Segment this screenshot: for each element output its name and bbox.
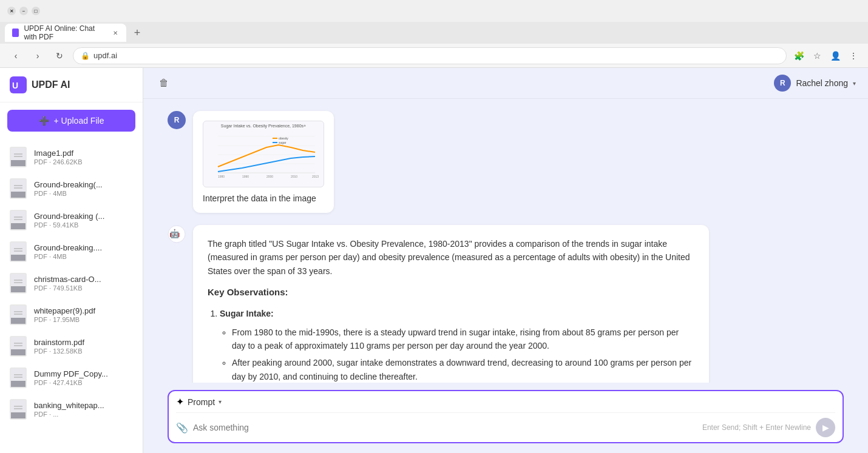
svg-rect-27 [11,349,25,355]
header-left-actions: 🗑 [155,74,172,92]
svg-text:sugar: sugar [279,141,287,144]
bookmark-icon[interactable]: ☆ [810,49,824,63]
file-icon [10,398,28,420]
file-name: whitepaper(9).pdf [34,306,133,315]
file-list-item[interactable]: christmas-card-O... PDF · 749.51KB [0,267,143,299]
file-icon [10,146,28,168]
file-info: Ground-breaking.... PDF · 4MB [34,243,133,260]
svg-rect-19 [11,286,25,292]
message-input[interactable] [193,423,697,432]
chat-area: R Sugar Intake vs. Obesity Prevalence, 1… [143,99,868,383]
file-size: PDF · 4MB [34,253,133,260]
user-avatar-small: R [168,111,186,129]
file-info: whitepaper(9).pdf PDF · 17.95MB [34,306,133,323]
svg-text:U: U [12,81,18,90]
file-name: Ground-breaking (... [34,212,133,221]
svg-rect-23 [11,318,25,324]
file-name: Ground-breaking.... [34,243,133,252]
file-size: PDF · 427.41KB [34,379,133,386]
active-tab[interactable]: UPDF AI Online: Chat with PDF ✕ [5,24,126,42]
file-size: PDF · ... [34,411,133,418]
file-list-item[interactable]: Ground-breaking(... PDF · 4MB [0,173,143,204]
file-size: PDF · 749.51KB [34,284,133,292]
file-icon [10,241,28,263]
tab-favicon [12,29,19,37]
input-bottom-bar: 📎 Enter Send; Shift + Enter Newline ▶ [176,413,835,437]
svg-rect-7 [11,192,25,198]
file-list-item[interactable]: Ground-breaking (... PDF · 59.41KB [0,204,143,236]
file-name: Ground-breaking(... [34,180,133,189]
file-name: christmas-card-O... [34,275,133,284]
ai-intro-text: The graph titled "US Sugar Intake vs. Ob… [208,237,694,278]
back-button[interactable]: ‹ [7,47,24,64]
file-info: christmas-card-O... PDF · 749.51KB [34,275,133,292]
sparkle-icon: ✦ [176,396,184,408]
file-list-item[interactable]: brainstorm.pdf PDF · 132.58KB [0,331,143,362]
file-list-item[interactable]: Dummy PDF_Copy... PDF · 427.41KB [0,362,143,394]
user-avatar: R [774,75,791,92]
sugar-intake-title: Sugar Intake: [220,309,274,318]
file-icon [10,335,28,357]
address-bar[interactable]: 🔒 updf.ai [73,47,787,64]
extensions-icon[interactable]: 🧩 [792,49,806,63]
svg-text:🤖: 🤖 [169,229,180,239]
file-list-item[interactable]: banking_whitepap... PDF · ... [0,394,143,425]
file-name: Image1.pdf [34,149,133,158]
user-dropdown-icon: ▾ [853,80,856,87]
file-icon [10,272,28,294]
new-tab-button[interactable]: + [129,24,146,41]
upload-plus-icon: ➕ [39,116,49,126]
refresh-button[interactable]: ↻ [51,47,68,64]
trash-button[interactable]: 🗑 [155,74,172,92]
svg-text:obesity: obesity [279,136,288,140]
close-button[interactable]: ✕ [7,7,16,15]
forward-button[interactable]: › [29,47,46,64]
chart-svg: 1980 1990 2000 2010 2013 obesity sugar [206,130,321,179]
sugar-bullets: From 1980 to the mid-1990s, there is a s… [220,326,694,383]
file-list-item[interactable]: Image1.pdf PDF · 246.62KB [0,141,143,173]
svg-rect-3 [11,160,25,166]
svg-rect-51 [273,142,277,143]
upload-file-button[interactable]: ➕ + Upload File [7,110,135,132]
observations-list: Sugar Intake: From 1980 to the mid-1990s… [208,307,694,383]
nav-actions: 🧩 ☆ 👤 ⋮ [792,49,861,63]
tab-title: UPDF AI Online: Chat with PDF [24,24,107,41]
input-container: ✦ Prompt ▾ 📎 Enter Send; Shift + Enter N… [168,390,844,443]
prompt-label: Prompt [188,397,215,407]
tab-close-button[interactable]: ✕ [112,29,119,37]
svg-rect-11 [11,223,25,229]
window-controls: ✕ − □ [7,7,40,15]
main-header: 🗑 R Rachel zhong ▾ [143,68,868,99]
file-icon [10,209,28,231]
attach-icon[interactable]: 📎 [176,422,188,434]
svg-text:2010: 2010 [291,175,297,178]
ai-avatar: 🤖 [168,225,186,243]
menu-icon[interactable]: ⋮ [846,49,861,63]
file-name: Dummy PDF_Copy... [34,369,133,378]
url-text: updf.ai [93,51,779,60]
user-message: R Sugar Intake vs. Obesity Prevalence, 1… [168,111,844,213]
file-list: Image1.pdf PDF · 246.62KB Ground-breakin… [0,139,143,453]
user-name: Rachel zhong [796,78,848,88]
file-info: Ground-breaking(... PDF · 4MB [34,180,133,197]
user-info[interactable]: R Rachel zhong ▾ [774,75,856,92]
file-name: banking_whitepap... [34,401,133,410]
profile-icon[interactable]: 👤 [828,49,843,63]
file-list-item[interactable]: Ground-breaking.... PDF · 4MB [0,236,143,267]
prompt-dropdown-icon[interactable]: ▾ [219,398,222,405]
file-info: Ground-breaking (... PDF · 59.41KB [34,212,133,229]
updf-logo-icon: U [10,76,27,93]
title-bar: ✕ − □ [0,0,868,22]
minimize-button[interactable]: − [19,7,28,15]
file-size: PDF · 17.95MB [34,316,133,323]
maximize-button[interactable]: □ [32,7,40,15]
file-size: PDF · 246.62KB [34,158,133,166]
send-button[interactable]: ▶ [816,418,835,437]
svg-rect-49 [273,138,277,139]
browser-chrome: ✕ − □ UPDF AI Online: Chat with PDF ✕ + … [0,0,868,68]
input-area: ✦ Prompt ▾ 📎 Enter Send; Shift + Enter N… [143,383,868,453]
file-list-item[interactable]: whitepaper(9).pdf PDF · 17.95MB [0,299,143,331]
file-size: PDF · 132.58KB [34,347,133,355]
svg-text:2013: 2013 [312,175,319,178]
ai-message: 🤖 The graph titled "US Sugar Intake vs. … [168,225,844,383]
